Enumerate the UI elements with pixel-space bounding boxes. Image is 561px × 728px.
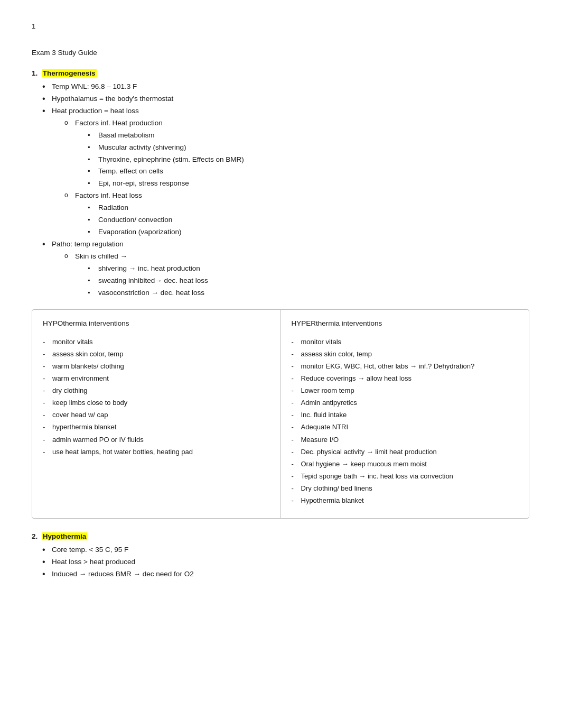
hypo-item-3: warm blankets/ clothing: [43, 361, 270, 372]
sq-conduction: Conduction/ convection: [88, 215, 529, 226]
sq-epi: Epi, nor-epi, stress response: [88, 178, 529, 189]
section-1-title: Thermogenesis: [40, 69, 97, 77]
hyper-item-8: Adequate NTRI: [292, 422, 519, 432]
exam-title: Exam 3 Study Guide: [32, 48, 529, 59]
sq-shivering: shivering → inc. heat production: [88, 263, 529, 274]
section-2-number: 2.: [32, 532, 38, 540]
section-1-block: 1. Thermogenesis Temp WNL: 96.8 – 101.3 …: [32, 68, 529, 299]
bullet-patho: Patho: temp regulation Skin is chilled →…: [42, 239, 529, 299]
bullet-heat-loss: Heat loss > heat produced: [42, 557, 529, 568]
bullet-temp-wnl: Temp WNL: 96.8 – 101.3 F: [42, 81, 529, 93]
section-1-number: 1.: [32, 69, 38, 77]
o-skin-chilled: Skin is chilled → shivering → inc. heat …: [64, 251, 529, 299]
bullet-heat-production: Heat production = heat loss Factors inf.…: [42, 106, 529, 238]
sq-sweating: sweating inhibited→ dec. heat loss: [88, 275, 529, 287]
hypo-item-8: hyperthermia blanket: [43, 422, 270, 432]
section-2-bullet-list: Core temp. < 35 C, 95 F Heat loss > heat…: [32, 545, 529, 580]
hyper-item-3: monitor EKG, WBC, Hct, other labs → inf.…: [292, 361, 519, 372]
hyper-item-5: Lower room temp: [292, 385, 519, 396]
hypo-item-7: cover head w/ cap: [43, 410, 270, 420]
page-number: 1: [32, 21, 529, 32]
hyper-item-6: Admin antipyretics: [292, 398, 519, 408]
o-list-patho: Skin is chilled → shivering → inc. heat …: [52, 251, 529, 299]
o-list-factors: Factors inf. Heat production Basal metab…: [52, 118, 529, 238]
o-factors-heat-prod: Factors inf. Heat production Basal metab…: [64, 118, 529, 190]
bullet-induced: Induced → reduces BMR → dec need for O2: [42, 569, 529, 580]
hyper-item-7: Inc. fluid intake: [292, 410, 519, 420]
section-1-heading: 1. Thermogenesis: [32, 68, 529, 79]
sq-list-heat-loss: Radiation Conduction/ convection Evapora…: [75, 202, 529, 238]
sq-muscular: Muscular activity (shivering): [88, 142, 529, 153]
hyper-item-11: Oral hygiene → keep mucous mem moist: [292, 459, 519, 469]
sq-vasoconstriction: vasoconstriction → dec. heat loss: [88, 288, 529, 299]
hyper-item-14: Hypothermia blanket: [292, 495, 519, 506]
hypo-item-5: dry clothing: [43, 385, 270, 396]
hyper-col: HYPERthermia interventions monitor vital…: [281, 310, 529, 519]
section-2-heading: 2. Hypothermia: [32, 531, 529, 542]
hypo-title: HYPOthermia interventions: [43, 318, 270, 329]
hyper-item-10: Dec. physical activity → limit heat prod…: [292, 447, 519, 457]
hyper-item-2: assess skin color, temp: [292, 349, 519, 360]
hypo-item-2: assess skin color, temp: [43, 349, 270, 360]
sq-list-skin-chilled: shivering → inc. heat production sweatin…: [75, 263, 529, 299]
hypo-item-9: admin warmed PO or IV fluids: [43, 435, 270, 445]
sq-evaporation: Evaporation (vaporization): [88, 227, 529, 238]
hypo-list: monitor vitals assess skin color, temp w…: [43, 337, 270, 457]
sq-temp-effect: Temp. effect on cells: [88, 166, 529, 177]
hyper-item-12: Tepid sponge bath → inc. heat loss via c…: [292, 471, 519, 482]
sq-radiation: Radiation: [88, 202, 529, 214]
section-1-bullet-list: Temp WNL: 96.8 – 101.3 F Hypothalamus = …: [32, 81, 529, 299]
hyper-item-9: Measure I/O: [292, 435, 519, 445]
hyper-list: monitor vitals assess skin color, temp m…: [292, 337, 519, 506]
hyper-item-13: Dry clothing/ bed linens: [292, 483, 519, 494]
bullet-hypothalamus: Hypothalamus = the body's thermostat: [42, 94, 529, 105]
hypo-col: HYPOthermia interventions monitor vitals…: [32, 310, 281, 519]
o-factors-heat-loss: Factors inf. Heat loss Radiation Conduct…: [64, 190, 529, 238]
hypo-item-10: use heat lamps, hot water bottles, heati…: [43, 447, 270, 457]
hyper-item-4: Reduce coverings → allow heat loss: [292, 373, 519, 384]
sq-thyroxine: Thyroxine, epinephrine (stim. Effects on…: [88, 154, 529, 165]
section-2-title: Hypothermia: [40, 532, 87, 540]
hypo-item-6: keep limbs close to body: [43, 398, 270, 408]
bullet-core-temp: Core temp. < 35 C, 95 F: [42, 545, 529, 556]
sq-basal: Basal metabolism: [88, 130, 529, 141]
hypo-item-1: monitor vitals: [43, 337, 270, 347]
intervention-table: HYPOthermia interventions monitor vitals…: [32, 309, 529, 519]
section-2-block: 2. Hypothermia Core temp. < 35 C, 95 F H…: [32, 531, 529, 580]
sq-list-heat-prod: Basal metabolism Muscular activity (shiv…: [75, 130, 529, 190]
hypo-item-4: warm environment: [43, 373, 270, 384]
hyper-title: HYPERthermia interventions: [292, 318, 519, 329]
hyper-item-1: monitor vitals: [292, 337, 519, 347]
